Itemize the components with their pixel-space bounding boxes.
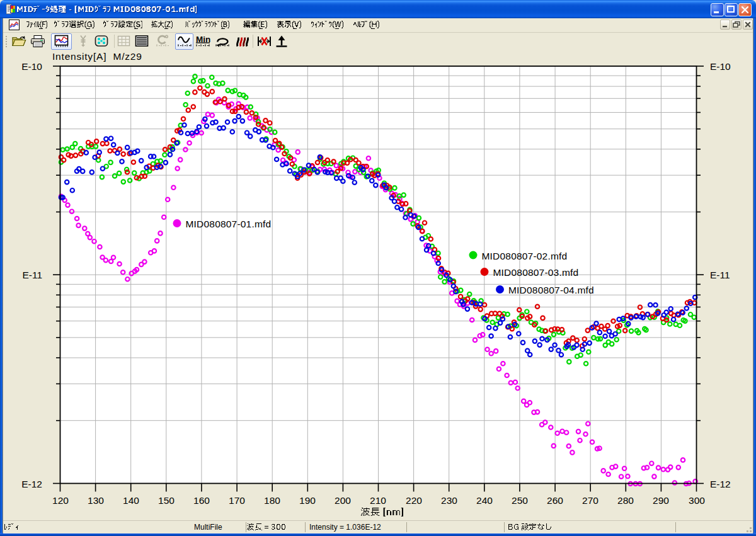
svg-text:300: 300	[689, 495, 705, 506]
svg-text:180: 180	[264, 495, 280, 506]
svg-text:E-11: E-11	[22, 270, 42, 280]
svg-text:260: 260	[547, 495, 563, 506]
svg-text:160: 160	[193, 495, 210, 506]
svg-text:140: 140	[123, 495, 139, 506]
svg-text:Intensity[A] M/z29: Intensity[A] M/z29	[52, 51, 142, 62]
svg-text:200: 200	[335, 495, 351, 506]
svg-text:270: 270	[582, 495, 598, 506]
svg-text:MID080807-01.mfd: MID080807-01.mfd	[186, 219, 272, 229]
svg-text:E-10: E-10	[710, 61, 731, 72]
svg-text:E-10: E-10	[21, 61, 42, 72]
svg-text:220: 220	[406, 495, 422, 506]
svg-text:280: 280	[617, 495, 634, 506]
svg-text:120: 120	[52, 495, 69, 506]
svg-text:MID080807-03.mfd: MID080807-03.mfd	[493, 267, 579, 278]
svg-text:E-12: E-12	[710, 479, 731, 489]
svg-text:170: 170	[229, 495, 245, 506]
svg-text:210: 210	[370, 495, 386, 506]
svg-text:MID080807-02.mfd: MID080807-02.mfd	[482, 251, 568, 261]
svg-text:Min: Min	[196, 35, 210, 44]
svg-text:250: 250	[512, 495, 528, 506]
svg-text:240: 240	[476, 495, 493, 506]
svg-text:190: 190	[299, 495, 316, 506]
svg-text:230: 230	[441, 495, 457, 506]
svg-text:130: 130	[88, 495, 104, 506]
svg-text:MID080807-04.mfd: MID080807-04.mfd	[508, 285, 594, 295]
svg-text:150: 150	[158, 495, 175, 506]
svg-text:E-12: E-12	[21, 479, 42, 489]
svg-text:E-11: E-11	[710, 270, 730, 280]
svg-text:290: 290	[653, 495, 669, 506]
